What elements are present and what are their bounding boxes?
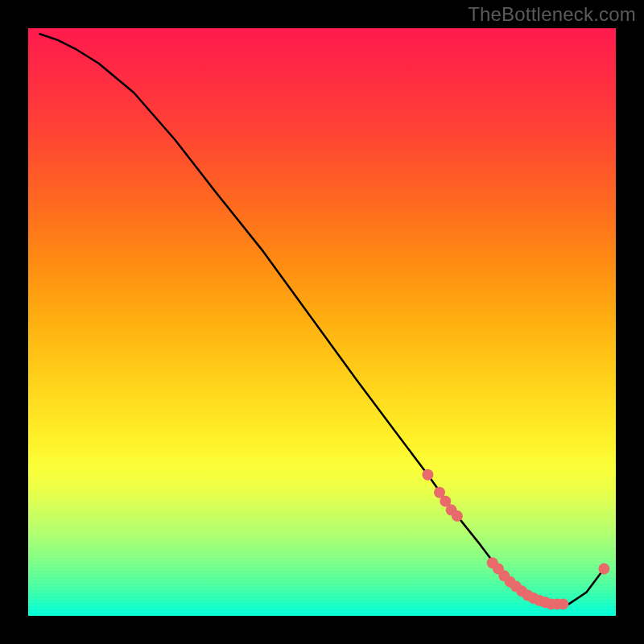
- plot-area: [28, 28, 616, 616]
- chart-frame: TheBottleneck.com: [0, 0, 644, 644]
- bottleneck-curve: [40, 34, 605, 604]
- highlighted-points-group: [422, 469, 609, 610]
- data-point-marker: [557, 598, 568, 609]
- data-point-marker: [422, 469, 433, 481]
- plot-svg: [28, 28, 616, 616]
- data-point-marker: [598, 564, 609, 575]
- watermark-text: TheBottleneck.com: [468, 3, 636, 26]
- data-point-marker: [452, 510, 463, 522]
